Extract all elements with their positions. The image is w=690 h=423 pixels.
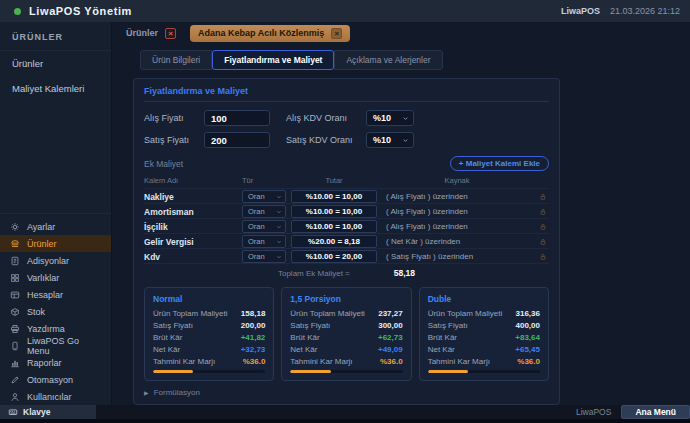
grid-icon [10,273,20,283]
row-label: Ürün Toplam Maliyeti [428,309,503,318]
cost-amount[interactable]: %20.00 = 8,18 [291,235,377,248]
cost-amount[interactable]: %10.00 = 20,00 [291,250,377,263]
column-kaynak: Kaynak [382,176,532,185]
portion-card-duble: Duble Ürün Toplam Maliyeti316,36 Satış F… [419,287,549,381]
cost-type-select[interactable]: Oran [242,190,286,203]
status-dot-icon [14,8,21,15]
margin-bar [428,370,540,373]
cost-type-select[interactable]: Oran [242,250,286,263]
nav-label: Raporlar [27,358,62,368]
tab-label: Adana Kebap Acılı Közlenmiş [198,28,324,38]
nav-item-ayarlar[interactable]: Ayarlar [0,218,111,235]
lock-icon[interactable] [537,253,549,261]
satis-fiyati-label: Satış Fiyatı [144,135,204,145]
select-value: Oran [248,237,265,246]
card-title: Duble [428,294,540,304]
card-title: 1,5 Porsiyon [290,294,402,304]
topbar-datetime: 21.03.2026 21:12 [610,6,680,16]
topbar-brand: LiwaPOS [561,6,600,16]
nav-item-kullanicilar[interactable]: Kullanıcılar [0,388,111,405]
nav-item-urunler[interactable]: Ürünler [0,235,111,252]
main-menu-button[interactable]: Ana Menü [621,405,690,419]
cost-name: Amortisman [144,207,237,217]
satis-fiyati-input[interactable] [204,132,270,148]
nav-item-stok[interactable]: Stok [0,303,111,320]
nav-item-varliklar[interactable]: Varlıklar [0,269,111,286]
keyboard-icon [8,407,18,417]
tab-adana-kebap[interactable]: Adana Kebap Acılı Közlenmiş × [190,25,350,42]
sidebar: ÜRÜNLER Ürünler Maliyet Kalemleri Ayarla… [0,22,112,405]
cutoff-window-strip [0,419,690,423]
close-icon[interactable]: × [331,28,342,39]
gross-profit-value: +41,82 [241,333,266,342]
app-window: LiwaPOS Yönetim LiwaPOS 21.03.2026 21:12… [0,0,690,423]
sidebar-item-maliyet-kalemleri[interactable]: Maliyet Kalemleri [0,76,111,101]
row-label: Satış Fiyatı [290,321,330,330]
sidebar-item-urunler[interactable]: Ürünler [0,51,111,76]
nav-label: Hesaplar [27,290,63,300]
cost-name: Nakliye [144,192,237,202]
tab-urunler[interactable]: Ürünler × [120,26,182,41]
nav-item-adisyonlar[interactable]: Adisyonlar [0,252,111,269]
chevron-down-icon [276,194,282,200]
nav-label: Ayarlar [27,222,55,232]
total-cost-value: 237,27 [378,309,402,318]
row-label: Tahmini Kar Marjı [153,357,215,366]
cost-source: ( Net Kâr ) üzerinden [382,237,532,246]
select-value: %10 [373,135,391,145]
subtab-aciklama[interactable]: Açıklama ve Alerjenler [334,50,442,70]
row-label: Net Kâr [153,345,180,354]
close-icon[interactable]: × [165,28,176,39]
add-cost-item-button[interactable]: + Maliyet Kalemi Ekle [450,156,549,171]
alis-fiyati-input[interactable] [204,110,270,126]
nav-label: Otomasyon [27,375,73,385]
cost-table-header: Kalem Adı Tür Tutar Kaynak [144,174,549,188]
subtab-urun-bilgileri[interactable]: Ürün Bilgileri [140,50,212,70]
row-label: Net Kâr [290,345,317,354]
row-label: Ürün Toplam Maliyeti [153,309,228,318]
formulation-label: Formülasyon [154,388,200,397]
lock-icon[interactable] [537,208,549,216]
box-icon [10,307,20,317]
cost-type-select[interactable]: Oran [242,235,286,248]
subtab-fiyatlandirma[interactable]: Fiyatlandırma ve Maliyet [212,50,334,70]
alis-kdv-label: Alış KDV Oranı [286,113,366,123]
formulation-toggle[interactable]: ▶ Formülasyon [144,388,549,397]
cost-type-select[interactable]: Oran [242,220,286,233]
select-value: %10 [373,113,391,123]
cost-type-select[interactable]: Oran [242,205,286,218]
alis-kdv-select[interactable]: %10 [366,110,414,126]
lock-icon[interactable] [537,223,549,231]
cost-amount[interactable]: %10.00 = 10,00 [291,220,377,233]
cost-row-iscilik: İşçilik Oran %10.00 = 10,00 ( Alış Fiyat… [144,218,549,233]
chevron-down-icon [402,115,409,122]
nav-item-hesaplar[interactable]: Hesaplar [0,286,111,303]
margin-bar [153,370,265,373]
caret-right-icon: ▶ [144,389,149,396]
satis-kdv-select[interactable]: %10 [366,132,414,148]
lock-icon[interactable] [537,193,549,201]
nav-item-liwapos-go-menu[interactable]: LiwaPOS Go Menu [0,337,111,354]
lock-icon[interactable] [537,238,549,246]
cost-amount[interactable]: %10.00 = 10,00 [291,205,377,218]
nav-item-raporlar[interactable]: Raporlar [0,354,111,371]
net-profit-value: +32,73 [241,345,266,354]
portion-card-normal: Normal Ürün Toplam Maliyeti158,18 Satış … [144,287,274,381]
select-value: Oran [248,252,265,261]
chevron-down-icon [276,209,282,215]
net-profit-value: +65,45 [515,345,540,354]
keyboard-button[interactable]: Klavye [0,405,96,419]
bar-chart-icon [10,358,20,368]
chevron-down-icon [276,239,282,245]
cost-amount[interactable]: %10.00 = 10,00 [291,190,377,203]
app-title: LiwaPOS Yönetim [29,5,132,17]
gross-profit-value: +62,73 [378,333,403,342]
cost-row-kdv: Kdv Oran %10.00 = 20,00 ( Satış Fiyatı )… [144,248,549,263]
row-label: Tahmini Kar Marjı [290,357,352,366]
bottombar-brand: LiwaPOS [576,407,611,417]
nav-item-yazdirma[interactable]: Yazdırma [0,320,111,337]
cost-row-nakliye: Nakliye Oran %10.00 = 10,00 ( Alış Fiyat… [144,188,549,203]
nav-item-otomasyon[interactable]: Otomasyon [0,371,111,388]
total-value: 58,18 [394,268,415,278]
chevron-down-icon [402,137,409,144]
